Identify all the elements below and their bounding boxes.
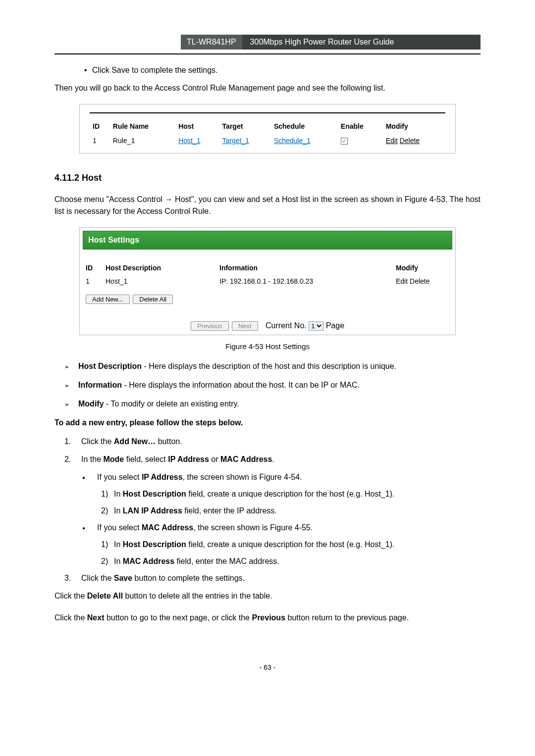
header-divider xyxy=(54,53,481,54)
guide-title: 300Mbps High Power Router User Guide xyxy=(242,35,481,50)
bullet-modify: Modify - To modify or delete an existing… xyxy=(64,398,481,410)
steps-intro: To add a new entry, please follow the st… xyxy=(54,417,481,429)
page-number: - 63 - xyxy=(0,663,535,671)
substep-mac-1: 1)In Host Description field, create a un… xyxy=(101,539,481,551)
next-button[interactable]: Next xyxy=(232,321,258,331)
host-link[interactable]: Host_1 xyxy=(175,134,219,148)
hcell-modify: Edit Delete xyxy=(393,275,452,288)
col-host: Host xyxy=(175,119,219,134)
page-header: TL-WR841HP 300Mbps High Power Router Use… xyxy=(54,35,481,50)
col-modify: Modify xyxy=(383,119,445,134)
page-select[interactable]: 1 xyxy=(309,321,323,331)
host-row: 1 Host_1 IP: 192.168.0.1 - 192.168.0.23 … xyxy=(83,275,452,288)
next-prev-para: Click the Next button to go to the next … xyxy=(54,612,481,624)
substep-mac: If you select MAC Address, the screen sh… xyxy=(82,522,481,534)
target-link[interactable]: Target_1 xyxy=(219,134,271,148)
figure-caption: Figure 4-53 Host Settings xyxy=(54,341,481,353)
page-label: Page xyxy=(326,321,344,330)
table-header-row: ID Rule Name Host Target Schedule Enable… xyxy=(90,119,445,134)
col-target: Target xyxy=(219,119,271,134)
step-1: 1.Click the Add New… button. xyxy=(64,436,481,448)
current-no-label: Current No. xyxy=(266,321,307,330)
substep-ip: If you select IP Address, the screen sho… xyxy=(82,471,481,483)
enable-cell: ✓ xyxy=(338,134,383,148)
rule-table-container: ID Rule Name Host Target Schedule Enable… xyxy=(79,104,456,153)
section-heading: 4.11.2 Host xyxy=(54,171,481,185)
substep-ip-1: 1)In Host Description field, create a un… xyxy=(101,488,481,500)
substep-mac-2: 2)In MAC Address field, enter the MAC ad… xyxy=(101,555,481,567)
model-label: TL-WR841HP xyxy=(181,35,242,50)
back-paragraph: Then you will go back to the Access Cont… xyxy=(54,82,481,94)
delete-all-para: Click the Delete All button to delete al… xyxy=(54,590,481,602)
delete-link[interactable]: Delete xyxy=(400,137,420,145)
table-row: 1 Rule_1 Host_1 Target_1 Schedule_1 ✓ Ed… xyxy=(90,134,445,148)
hcell-desc: Host_1 xyxy=(103,275,216,288)
host-header-row: ID Host Description Information Modify xyxy=(83,261,452,275)
substep-ip-2: 2)In LAN IP Address field, enter the IP … xyxy=(101,505,481,517)
cell-id: 1 xyxy=(90,134,110,148)
bullet-information: Information - Here displays the informat… xyxy=(64,379,481,391)
delete-all-button[interactable]: Delete All xyxy=(133,295,173,304)
host-settings-title: Host Settings xyxy=(83,231,452,250)
schedule-link[interactable]: Schedule_1 xyxy=(271,134,338,148)
cell-rule-name: Rule_1 xyxy=(110,134,175,148)
hcol-modify: Modify xyxy=(393,261,452,275)
hcol-id: ID xyxy=(83,261,103,275)
hcell-info: IP: 192.168.0.1 - 192.168.0.23 xyxy=(216,275,393,288)
save-bullet: Click Save to complete the settings. xyxy=(84,64,481,76)
col-id: ID xyxy=(90,119,110,134)
rule-table-divider xyxy=(90,112,445,113)
col-rule-name: Rule Name xyxy=(110,119,175,134)
host-table: ID Host Description Information Modify 1… xyxy=(83,261,452,288)
edit-link[interactable]: Edit xyxy=(386,137,398,145)
col-enable: Enable xyxy=(338,119,383,134)
enable-checkbox[interactable]: ✓ xyxy=(341,138,348,145)
pager: Previous Next Current No. 1 Page xyxy=(83,320,452,332)
hcell-id: 1 xyxy=(83,275,103,288)
section-para: Choose menu "Access Control → Host", you… xyxy=(54,194,481,217)
host-edit-link[interactable]: Edit xyxy=(396,277,408,285)
modify-cell: Edit Delete xyxy=(383,134,445,148)
hcol-info: Information xyxy=(216,261,393,275)
host-settings-box: Host Settings ID Host Description Inform… xyxy=(79,227,456,335)
host-delete-link[interactable]: Delete xyxy=(410,277,429,285)
previous-button[interactable]: Previous xyxy=(191,321,229,331)
add-new-button[interactable]: Add New... xyxy=(86,295,130,304)
bullet-host-description: Host Description - Here displays the des… xyxy=(64,360,481,372)
rule-table: ID Rule Name Host Target Schedule Enable… xyxy=(90,119,445,148)
col-schedule: Schedule xyxy=(271,119,338,134)
hcol-desc: Host Description xyxy=(103,261,216,275)
step-3: 3.Click the Save button to complete the … xyxy=(64,572,481,584)
host-button-row: Add New... Delete All xyxy=(86,293,452,305)
step-2: 2.In the Mode field, select IP Address o… xyxy=(64,454,481,465)
